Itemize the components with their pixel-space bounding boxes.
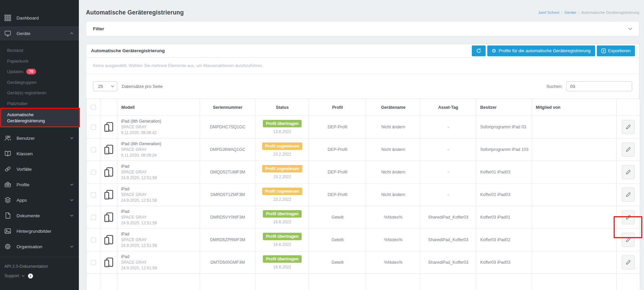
sidebar-item-geraete[interactable]: Geräte	[0, 26, 79, 41]
ipad-device-icon	[104, 190, 113, 200]
status-badge: Profil zugewiesen	[262, 188, 302, 195]
image-icon	[4, 228, 11, 234]
support-label: Support	[4, 273, 19, 278]
device-model: iPad	[121, 209, 200, 215]
sidebar-item-geraetegruppen[interactable]: Gerätegruppen	[0, 77, 79, 88]
edit-button[interactable]	[622, 165, 635, 179]
sidebar-item-dashboard[interactable]: Dashboard	[0, 10, 79, 26]
api-documentation-link[interactable]: API 2.0-Dokumentation	[4, 262, 74, 271]
enrollment-profiles-label: Profile für die automatische Geräteregis…	[498, 48, 590, 53]
device-enrolled-date: 24.9.2020, 12:51:59	[121, 220, 200, 226]
refresh-button[interactable]	[472, 45, 486, 56]
device-profil: Geteilt	[309, 251, 366, 274]
row-checkbox[interactable]	[91, 260, 96, 265]
device-serial: DMTD500GMF3M	[200, 251, 256, 274]
page-size-label: Datensätze pro Seite	[122, 84, 162, 89]
sidebar-item-klassen[interactable]: Klassen	[0, 146, 79, 161]
book-icon	[4, 150, 11, 157]
sidebar-item-dokumente[interactable]: Dokumente	[0, 208, 79, 223]
sidebar-item-bestand[interactable]: Bestand	[0, 45, 79, 56]
sidebar-item-automatische-geraeteregistrierung[interactable]: Automatische Geräteregistrierung	[0, 109, 79, 127]
sidebar-item-organisation[interactable]: Organisation	[0, 239, 79, 254]
sidebar-item-label: Dashboard	[17, 15, 39, 21]
enrollment-profiles-button[interactable]: ⚙ Profile für die automatische Gerätereg…	[487, 45, 595, 56]
edit-button[interactable]	[622, 142, 635, 157]
device-mitglied-von	[532, 184, 617, 206]
column-header-status[interactable]: Status	[256, 99, 309, 116]
device-name: Nicht ändern	[366, 184, 421, 206]
device-enrolled-date: 9.11.2020, 08:08:42	[121, 130, 200, 136]
row-checkbox[interactable]	[91, 147, 96, 152]
column-header-modell[interactable]: Modell	[117, 99, 200, 116]
row-checkbox[interactable]	[91, 125, 96, 130]
device-table: Modell Seriennummer Status Profil Geräte…	[86, 99, 640, 290]
edit-button[interactable]	[622, 233, 635, 247]
column-header-geraetename[interactable]: Gerätename	[366, 99, 421, 116]
filter-panel-toggle[interactable]: Filter	[86, 21, 639, 36]
column-header-besitzer[interactable]: Besitzer	[476, 99, 532, 116]
device-model: iPad	[121, 231, 200, 237]
edit-button[interactable]	[622, 188, 635, 202]
device-enrolled-date: 24.9.2020, 12:51:59	[121, 198, 200, 203]
status-date: 16.6.2022	[256, 242, 309, 247]
device-besitzer: Koffer02 iPad03	[476, 184, 532, 206]
column-header-seriennummer[interactable]: Seriennummer	[200, 99, 256, 116]
page-size-select[interactable]: 25	[93, 81, 117, 91]
edit-button[interactable]	[622, 255, 635, 269]
sidebar-item-vorfaelle[interactable]: Vorfälle	[0, 161, 79, 177]
device-mitglied-von	[532, 206, 617, 229]
device-serial: DMRD5VY0MF3M	[200, 206, 256, 229]
sidebar-item-apps[interactable]: Apps	[0, 192, 79, 208]
device-name: %Notes%	[366, 206, 421, 229]
edit-button[interactable]	[622, 120, 635, 134]
table-header-row: Modell Seriennummer Status Profil Geräte…	[87, 99, 640, 116]
sidebar-item-profile[interactable]: Profile	[0, 177, 79, 192]
device-enrolled-date: 24.9.2020, 12:51:59	[121, 175, 200, 181]
chevron-down-icon	[70, 184, 73, 186]
edit-button[interactable]	[622, 210, 635, 224]
row-checkbox[interactable]	[91, 237, 96, 243]
breadcrumb-home-link[interactable]: Jamf School	[538, 10, 559, 14]
sidebar-item-hintergrundbilder[interactable]: Hintergrundbilder	[0, 223, 79, 239]
status-date: 23.2.2022	[256, 152, 309, 157]
row-checkbox[interactable]	[91, 215, 96, 220]
ipad-device-icon	[104, 167, 113, 178]
ipad-device-icon	[104, 122, 113, 132]
select-all-checkbox[interactable]	[91, 105, 96, 110]
sidebar-item-papierkorb[interactable]: Papierkorb	[0, 56, 79, 67]
pencil-icon	[626, 170, 631, 174]
device-model: iPad (8th Generation)	[121, 141, 200, 147]
actions-column-header	[617, 99, 640, 116]
export-button[interactable]: Exportieren	[597, 45, 635, 56]
info-icon[interactable]: i	[28, 273, 33, 279]
breadcrumb: Jamf School/Geräte/Automatische Gerätere…	[538, 9, 639, 14]
export-icon	[601, 49, 606, 53]
bandage-icon	[4, 166, 11, 172]
table-row: iPad SPACE GRAY 24.9.2020, 12:51:59 DMRD…	[87, 229, 640, 251]
gears-icon: ⚙	[492, 48, 496, 53]
chevron-down-icon	[22, 275, 25, 277]
column-header-asset-tag[interactable]: Asset-Tag	[421, 99, 476, 116]
sidebar-item-updates[interactable]: Updates 70	[0, 66, 79, 77]
column-header-mitglied-von[interactable]: Mitglied von	[532, 99, 617, 116]
status-badge: Profil übertragen	[263, 120, 302, 127]
support-link[interactable]: Support i	[4, 271, 74, 281]
row-checkbox[interactable]	[91, 170, 96, 175]
device-besitzer: Koffer03 iPad01	[476, 206, 532, 229]
sidebar-item-platzhalter[interactable]: Platzhalter	[0, 98, 79, 109]
breadcrumb-section-link[interactable]: Geräte	[564, 10, 576, 14]
device-besitzer: Sofortprogramm iPad 03	[476, 116, 532, 138]
sidebar-item-label: Geräte	[17, 31, 30, 36]
sidebar-item-geraete-registrieren[interactable]: Gerät(e) registrieren	[0, 88, 79, 98]
sidebar-item-benutzer[interactable]: Benutzer	[0, 130, 79, 146]
device-asset-tag: -	[421, 184, 476, 206]
device-asset-tag: SharediPad_Koffer03	[421, 251, 476, 274]
device-profil: Geteilt	[309, 206, 366, 229]
search-input[interactable]	[566, 81, 632, 91]
device-model: iPad	[121, 254, 200, 260]
device-color: SPACE GRAY	[121, 215, 200, 220]
row-checkbox[interactable]	[91, 192, 96, 197]
column-header-profil[interactable]: Profil	[309, 99, 366, 116]
device-name: %Notes%	[366, 229, 421, 251]
device-icon-column-header	[100, 99, 117, 116]
